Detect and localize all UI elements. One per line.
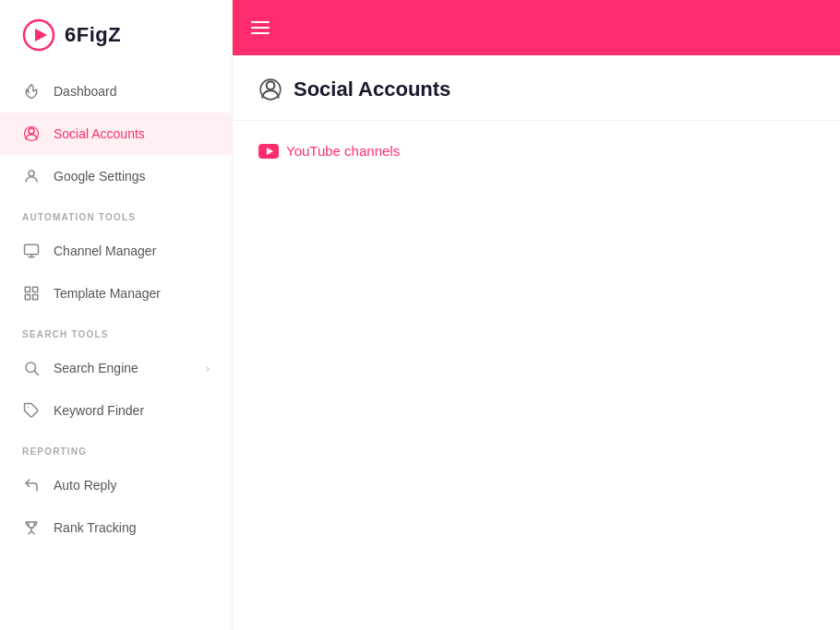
- grid-icon: [22, 284, 41, 303]
- section-label-reporting: REPORTING: [0, 432, 232, 464]
- sidebar-item-label: Auto Reply: [54, 478, 116, 493]
- tag-icon: [22, 401, 41, 420]
- app-name: 6FigZ: [65, 23, 121, 47]
- monitor-icon: [22, 242, 41, 260]
- nav-section: Dashboard Social Accounts Google Sett: [0, 70, 232, 556]
- person-icon: [22, 167, 41, 185]
- reply-icon: [22, 476, 41, 494]
- svg-point-2: [29, 128, 34, 134]
- sidebar-item-label: Google Settings: [54, 169, 146, 184]
- sidebar-item-label: Rank Tracking: [54, 520, 136, 535]
- youtube-icon: [258, 144, 279, 159]
- sidebar-item-label: Search Engine: [54, 361, 138, 375]
- svg-rect-9: [33, 295, 38, 300]
- sidebar-item-search-engine[interactable]: Search Engine ›: [0, 347, 232, 389]
- svg-point-14: [267, 81, 275, 89]
- logo-icon: [22, 18, 55, 52]
- sidebar-item-label: Channel Manager: [54, 244, 156, 258]
- sidebar-item-keyword-finder[interactable]: Keyword Finder: [0, 389, 232, 432]
- sidebar-item-auto-reply[interactable]: Auto Reply: [0, 464, 232, 506]
- sidebar-item-dashboard[interactable]: Dashboard: [0, 70, 232, 113]
- svg-rect-7: [33, 287, 38, 291]
- search-icon: [22, 359, 41, 377]
- trophy-icon: [22, 518, 41, 537]
- sidebar-item-channel-manager[interactable]: Channel Manager: [0, 230, 232, 272]
- chevron-right-icon: ›: [206, 362, 210, 375]
- content-body: YouTube channels: [233, 121, 840, 181]
- section-label-search-tools: SEARCH TOOLS: [0, 315, 232, 347]
- page-title: Social Accounts: [294, 77, 450, 101]
- content-area: Social Accounts YouTube channels: [233, 55, 840, 630]
- sidebar: 6FigZ Dashboard Social Accounts: [0, 0, 233, 630]
- svg-rect-6: [25, 287, 30, 291]
- top-bar: [233, 0, 840, 55]
- person-circle-icon: [22, 125, 41, 143]
- main-content: Social Accounts YouTube channels: [233, 0, 840, 630]
- page-header-icon: [258, 77, 282, 101]
- svg-rect-5: [25, 244, 39, 255]
- section-label-automation-tools: AUTOMATION TOOLS: [0, 197, 232, 230]
- sidebar-item-social-accounts[interactable]: Social Accounts: [0, 113, 232, 155]
- sidebar-item-rank-tracking[interactable]: Rank Tracking: [0, 506, 232, 549]
- sidebar-item-label: Template Manager: [54, 286, 161, 301]
- svg-rect-8: [25, 295, 30, 300]
- hamburger-menu-button[interactable]: [251, 21, 270, 34]
- sidebar-item-template-manager[interactable]: Template Manager: [0, 272, 232, 315]
- youtube-channels-link[interactable]: YouTube channels: [258, 143, 814, 159]
- youtube-channels-label: YouTube channels: [286, 143, 400, 159]
- sidebar-item-google-settings[interactable]: Google Settings: [0, 155, 232, 197]
- logo-area: 6FigZ: [0, 0, 232, 70]
- flame-icon: [22, 82, 41, 101]
- svg-line-11: [34, 371, 38, 374]
- sidebar-item-label: Keyword Finder: [54, 403, 144, 418]
- sidebar-item-label: Social Accounts: [54, 126, 145, 141]
- sidebar-item-label: Dashboard: [54, 84, 117, 99]
- page-header: Social Accounts: [233, 55, 840, 121]
- svg-point-4: [29, 171, 34, 176]
- svg-marker-1: [35, 29, 47, 42]
